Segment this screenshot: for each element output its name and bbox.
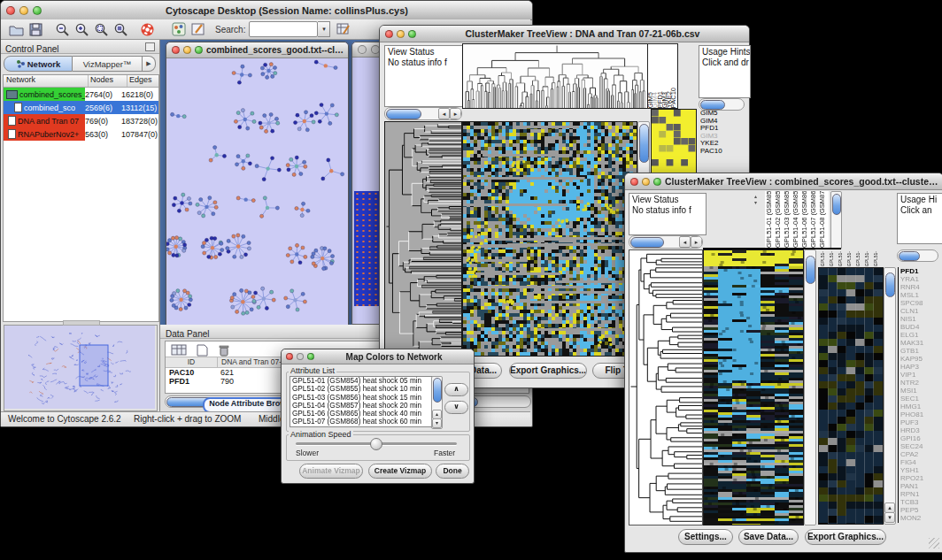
- close-button[interactable]: [172, 46, 180, 54]
- column-label[interactable]: GPL51-04 (GSM857): [845, 251, 853, 266]
- scroll-down-arrow[interactable]: ▾: [432, 418, 442, 428]
- gene-label[interactable]: YRA1: [900, 275, 942, 283]
- zoom-button[interactable]: [653, 178, 661, 186]
- save-session-button[interactable]: [27, 21, 43, 37]
- tv2-detail-heatmap[interactable]: [818, 267, 884, 525]
- tv1-hints-hscrollbar[interactable]: [699, 98, 745, 111]
- attribute-list-item[interactable]: GPL51-07 (GSM868) heat shock 60 min: [292, 418, 432, 426]
- tab-vizmapper[interactable]: VizMapper™: [73, 56, 143, 72]
- network-table-header[interactable]: Network Nodes Edges: [4, 75, 158, 88]
- column-label[interactable]: GPL51-03 (GSM856): [783, 191, 791, 248]
- speed-slider-thumb[interactable]: [370, 438, 382, 450]
- network-overview-panel[interactable]: [4, 325, 158, 411]
- tab-overflow-arrow[interactable]: ▶: [143, 56, 156, 72]
- gene-label[interactable]: NTR2: [900, 379, 942, 387]
- network-window-title-bar[interactable]: combined_scores_good.txt--cluste...: [166, 42, 348, 58]
- network-table-row[interactable]: combined_scores_2764(0)16218(0): [4, 88, 158, 101]
- animate-vizmap-button[interactable]: Animate Vizmap: [299, 464, 363, 479]
- gene-label[interactable]: HRD3: [900, 426, 942, 434]
- zoom-selected-icon[interactable]: [112, 21, 128, 37]
- column-label[interactable]: GPL51-03 (GSM856): [836, 251, 845, 266]
- resize-grip[interactable]: [929, 538, 939, 548]
- dialog-title-bar[interactable]: Map Colors to Network: [282, 349, 474, 364]
- tv1-row-dendrogram[interactable]: [384, 121, 462, 357]
- column-label[interactable]: GPL51-07 (GSM868): [809, 191, 818, 248]
- gene-label[interactable]: CPA2: [900, 450, 942, 458]
- overview-divider-handle[interactable]: [63, 320, 100, 326]
- column-label[interactable]: GPL51-04 (GSM857): [791, 191, 800, 248]
- column-label[interactable]: GPL51-06 (GSM865): [800, 191, 809, 248]
- column-label[interactable]: GPL51-06 (GSM865): [853, 251, 862, 266]
- gene-label[interactable]: MSI1: [900, 387, 942, 395]
- attribute-list-item[interactable]: GPL51-06 (GSM865) heat shock 40 min: [292, 410, 432, 418]
- gene-label[interactable]: MSL1: [900, 291, 942, 299]
- zoom-button[interactable]: [195, 46, 203, 54]
- minimize-button[interactable]: [397, 30, 405, 38]
- tv2-labels-vscrollbar[interactable]: [830, 191, 842, 249]
- zoom-button[interactable]: [307, 353, 314, 360]
- attribute-list-vscrollbar[interactable]: ▴ ▾: [431, 376, 443, 429]
- new-attribute-icon[interactable]: [194, 343, 210, 357]
- tv1-heatmap[interactable]: [462, 121, 637, 357]
- gene-label[interactable]: PAC10: [700, 148, 743, 156]
- gene-label[interactable]: GPI16: [900, 434, 942, 442]
- column-label[interactable]: PAC10: [671, 88, 676, 108]
- zoom-fit-icon[interactable]: [93, 21, 109, 37]
- close-button[interactable]: [286, 353, 293, 360]
- gene-label[interactable]: PFD1: [900, 267, 942, 275]
- plugin-icon[interactable]: [171, 21, 187, 37]
- minimize-button[interactable]: [183, 46, 191, 54]
- column-label[interactable]: GPL51-08 (GSM872): [818, 191, 827, 248]
- delete-attribute-icon[interactable]: [216, 343, 232, 357]
- network-table-row[interactable]: combined_sco2569(6)13112(15): [4, 101, 158, 114]
- tv2-detail-vscrollbar[interactable]: ▴ ▾: [884, 267, 896, 525]
- done-button[interactable]: Done: [436, 464, 469, 479]
- attribute-list[interactable]: GPL51-01 (GSM854) heat shock 05 minGPL51…: [290, 376, 433, 427]
- export-graphics-button[interactable]: Export Graphics...: [509, 363, 587, 379]
- network-table-row[interactable]: DNA and Tran 07769(0)183728(0): [4, 114, 158, 127]
- gene-label[interactable]: PAN1: [900, 482, 942, 490]
- move-up-button[interactable]: ∧: [444, 383, 468, 396]
- zoom-out-icon[interactable]: [54, 21, 70, 37]
- gene-label[interactable]: TCB3: [900, 498, 942, 506]
- column-label[interactable]: GPL51-08 (GSM872): [871, 251, 880, 266]
- zoom-in-icon[interactable]: [73, 21, 89, 37]
- tv2-heatmap[interactable]: [703, 249, 804, 525]
- close-button[interactable]: [385, 30, 393, 38]
- settings-button[interactable]: Settings...: [678, 529, 733, 545]
- create-vizmap-button[interactable]: Create Vizmap: [368, 464, 432, 479]
- tv1-status-hscrollbar[interactable]: ◂ ▸: [384, 107, 462, 120]
- export-graphics-button[interactable]: Export Graphics...: [805, 529, 886, 545]
- search-input[interactable]: [249, 21, 318, 37]
- close-button[interactable]: [6, 6, 15, 15]
- gene-label[interactable]: VIP1: [900, 371, 942, 379]
- scroll-left-arrow[interactable]: ◂: [438, 108, 450, 119]
- column-label[interactable]: GPL51-01 (GSM854): [765, 191, 774, 248]
- column-label[interactable]: GPL51-02 (GSM855): [827, 251, 836, 266]
- open-session-button[interactable]: [8, 21, 24, 37]
- minimize-button[interactable]: [19, 6, 28, 15]
- gene-label[interactable]: YSH1: [900, 466, 942, 474]
- scroll-right-arrow[interactable]: ▸: [691, 236, 702, 248]
- gene-label[interactable]: RPN1: [900, 490, 942, 498]
- gene-label[interactable]: HMG1: [900, 403, 942, 410]
- gene-label[interactable]: BUD4: [900, 323, 942, 331]
- attribute-list-item[interactable]: GPL51-02 (GSM855) heat shock 10 min: [292, 385, 432, 393]
- close-button[interactable]: [358, 45, 367, 54]
- search-dropdown-arrow[interactable]: ▾: [318, 21, 330, 37]
- label-scroll-arrows[interactable]: ▴▾: [754, 193, 757, 205]
- treeview1-title-bar[interactable]: ClusterMaker TreeView : DNA and Tran 07-…: [380, 26, 749, 42]
- zoom-button[interactable]: [33, 6, 42, 15]
- annotation-icon[interactable]: [190, 21, 206, 37]
- gene-label[interactable]: MAK31: [900, 339, 942, 347]
- select-attributes-icon[interactable]: [170, 343, 188, 357]
- gene-label[interactable]: PHO81: [900, 410, 942, 418]
- column-label[interactable]: GPL51-07 (GSM868): [862, 251, 871, 266]
- gene-label[interactable]: HAP3: [900, 363, 942, 371]
- gene-label[interactable]: CLN1: [900, 307, 942, 315]
- gene-label[interactable]: FIG4: [900, 458, 942, 466]
- tv2-heatmap-vscrollbar[interactable]: [804, 249, 816, 525]
- gene-label[interactable]: GTB1: [900, 347, 942, 355]
- column-label[interactable]: GPL51-02 (GSM855): [774, 191, 783, 248]
- close-button[interactable]: [630, 178, 638, 186]
